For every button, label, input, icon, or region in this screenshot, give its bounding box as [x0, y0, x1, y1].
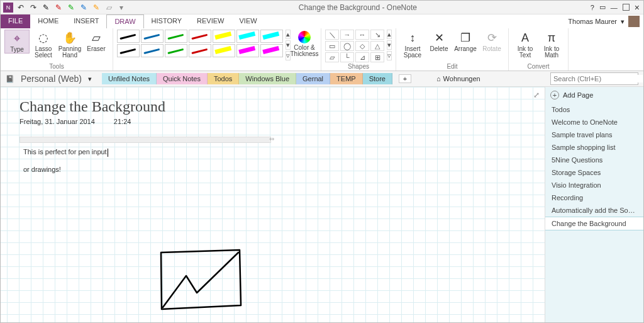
search-box[interactable]: 🔍 ▾	[550, 72, 638, 85]
section-wohnungen[interactable]: ⌂Wohnungen	[436, 75, 480, 82]
section-tab[interactable]: TEMP	[330, 73, 363, 84]
qat-more-icon[interactable]: ▾	[116, 3, 126, 13]
note-drag-handle[interactable]	[19, 137, 271, 143]
ribbon-collapse-icon[interactable]: ▭	[599, 3, 606, 11]
group-label: Shapes	[325, 62, 392, 71]
pen-swatch[interactable]	[117, 30, 140, 43]
panning-button[interactable]: ✋Panning Hand	[57, 30, 82, 59]
page-list-item[interactable]: Visio Integration	[545, 179, 643, 191]
ink-to-math-button[interactable]: πInk to Math	[539, 30, 564, 59]
maximize-icon[interactable]	[623, 4, 630, 11]
page-list-item[interactable]: Automatically add the Source Lin	[545, 204, 643, 217]
highlighter-swatch[interactable]	[260, 30, 283, 43]
user-name[interactable]: Thomas Maurer	[568, 18, 617, 25]
section-tab[interactable]: Quick Notes	[157, 73, 208, 84]
qat-pen-icon[interactable]: ✎	[91, 3, 101, 13]
shape-xy[interactable]: └	[340, 52, 354, 62]
highlighter-swatch[interactable]	[213, 30, 235, 43]
pen-swatch[interactable]	[189, 44, 211, 57]
insert-space-button[interactable]: ↕Insert Space	[400, 30, 425, 59]
notebook-icon[interactable]: 📓	[6, 75, 14, 83]
page-canvas[interactable]: Change the Background Freitag, 31. Janua…	[1, 87, 545, 322]
add-section-button[interactable]: +	[399, 74, 411, 83]
delete-button[interactable]: ✕Delete	[426, 30, 452, 52]
pen-swatch[interactable]	[189, 30, 211, 43]
page-list-item[interactable]: Welcome to OneNote	[545, 116, 643, 128]
shape-diamond[interactable]: ◇	[355, 41, 369, 51]
color-thickness-button[interactable]: Color & Thickness	[292, 30, 317, 57]
section-tab[interactable]: Store	[363, 73, 392, 84]
highlighter-swatch[interactable]	[260, 44, 283, 57]
page-list-item[interactable]: Sample travel plans	[545, 128, 643, 141]
user-menu-icon[interactable]: ▾	[621, 18, 625, 26]
pen-swatch[interactable]	[165, 44, 187, 57]
shape-triangle[interactable]: △	[370, 41, 384, 51]
tab-draw[interactable]: DRAW	[106, 14, 143, 28]
qat-pen-icon[interactable]: ✎	[66, 3, 76, 13]
search-input[interactable]	[551, 75, 643, 82]
tab-insert[interactable]: INSERT	[66, 14, 106, 28]
tab-review[interactable]: REVIEW	[189, 14, 231, 28]
section-tab[interactable]: Gernal	[296, 73, 330, 84]
qat-pen-icon[interactable]: ✎	[79, 3, 89, 13]
shape-grid[interactable]: ⊞	[370, 52, 384, 62]
gallery-up-icon[interactable]: ▴	[387, 30, 392, 39]
page-list-item[interactable]: Recording	[545, 191, 643, 204]
page-list-item[interactable]: Sample shopping list	[545, 141, 643, 154]
eraser-button[interactable]: ▱Eraser	[84, 30, 109, 52]
lasso-button[interactable]: ◌Lasso Select	[31, 30, 56, 59]
page-list-item[interactable]: 5Nine Questions	[545, 154, 643, 166]
tab-view[interactable]: VIEW	[231, 14, 264, 28]
shape-ellipse[interactable]: ◯	[340, 41, 354, 51]
shape-line[interactable]: ＼	[325, 30, 339, 40]
page-list-item[interactable]: Change the Background	[545, 217, 643, 230]
note-line[interactable]: This is perfect for pen input	[23, 145, 267, 158]
tab-history[interactable]: HISTORY	[144, 14, 190, 28]
shape-arrow[interactable]: →	[340, 30, 354, 40]
add-page-button[interactable]: + Add Page	[545, 87, 643, 103]
help-icon[interactable]: ?	[591, 4, 594, 11]
arrange-button[interactable]: ❐Arrange	[453, 30, 478, 52]
pen-gallery[interactable]	[117, 30, 283, 57]
note-line[interactable]: or drawings!	[23, 163, 267, 176]
qat-pen-icon[interactable]: ✎	[41, 3, 51, 13]
redo-icon[interactable]: ↷	[28, 3, 38, 13]
pen-swatch[interactable]	[141, 30, 164, 43]
gallery-up-icon[interactable]: ▴	[286, 30, 291, 39]
qat-eraser-icon[interactable]: ▱	[104, 3, 114, 13]
minimize-icon[interactable]: —	[611, 4, 618, 11]
page-list-item[interactable]: Storage Spaces	[545, 166, 643, 179]
qat-pen-icon[interactable]: ✎	[53, 3, 64, 13]
shape-gallery[interactable]: ＼→↔↘ ▭◯◇△ ▱└⊿⊞	[325, 30, 384, 62]
pen-swatch[interactable]	[117, 44, 140, 57]
page-list-item[interactable]: Todos	[545, 103, 643, 116]
tab-file[interactable]: FILE	[1, 14, 30, 28]
ink-drawing[interactable]	[158, 247, 252, 317]
notebook-dropdown-icon[interactable]: ▾	[88, 75, 92, 83]
section-tab[interactable]: Windows Blue	[239, 73, 296, 84]
notebook-name[interactable]: Personal (Web)	[21, 74, 82, 84]
shape-xyz[interactable]: ⊿	[355, 52, 369, 62]
gallery-down-icon[interactable]: ▾	[387, 40, 392, 50]
section-tab[interactable]: Unfiled Notes	[102, 73, 157, 84]
gallery-more-icon[interactable]: ▿	[387, 51, 392, 60]
highlighter-swatch[interactable]	[236, 44, 259, 57]
avatar[interactable]	[628, 16, 640, 27]
highlighter-swatch[interactable]	[236, 30, 259, 43]
section-tab[interactable]: Todos	[208, 73, 239, 84]
highlighter-swatch[interactable]	[213, 44, 235, 57]
shape-connector[interactable]: ↘	[370, 30, 384, 40]
pen-swatch[interactable]	[141, 44, 164, 57]
undo-icon[interactable]: ↶	[16, 3, 26, 13]
color-wheel-icon	[298, 31, 311, 43]
shape-double-arrow[interactable]: ↔	[355, 30, 369, 40]
note-container[interactable]: This is perfect for pen input or drawing…	[19, 137, 271, 178]
ink-to-text-button[interactable]: AInk to Text	[513, 30, 538, 59]
tab-home[interactable]: HOME	[30, 14, 66, 28]
pen-swatch[interactable]	[165, 30, 187, 43]
shape-rect[interactable]: ▭	[325, 41, 339, 51]
type-button[interactable]: ⌖Type	[4, 30, 30, 54]
page-title[interactable]: Change the Background	[19, 98, 526, 115]
close-icon[interactable]: ×	[635, 3, 640, 13]
shape-parallelogram[interactable]: ▱	[325, 52, 339, 62]
